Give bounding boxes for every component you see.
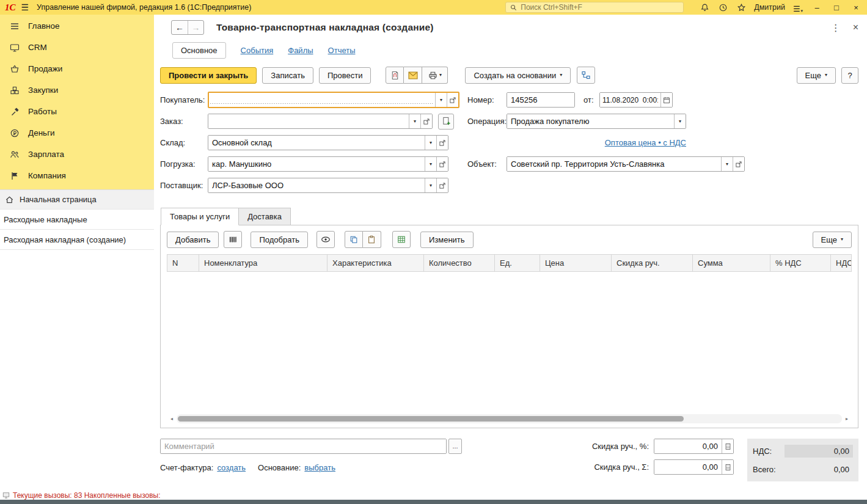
comment-expand-button[interactable]: ... xyxy=(448,439,462,454)
create-on-base-button[interactable]: Создать на основании ▾ xyxy=(465,67,571,84)
maximize-button[interactable]: □ xyxy=(830,3,843,12)
scrollbar-track[interactable] xyxy=(177,414,842,423)
sidebar-item-dengi[interactable]: Деньги xyxy=(0,122,154,144)
sidebar-item-raboty[interactable]: Работы xyxy=(0,101,154,122)
barcode-scan-button[interactable] xyxy=(224,231,242,248)
tab-delivery[interactable]: Доставка xyxy=(239,208,291,225)
col-amount[interactable]: Сумма xyxy=(693,255,770,272)
col-quantity[interactable]: Количество xyxy=(424,255,495,272)
related-documents-button[interactable] xyxy=(577,67,595,84)
window-close-button[interactable]: × xyxy=(850,3,862,12)
main-menu-button[interactable]: ☰ xyxy=(21,3,29,12)
flag-icon xyxy=(9,170,20,181)
tab-goods-services[interactable]: Товары и услуги xyxy=(161,208,239,225)
service-menu-button[interactable]: ☰▾ xyxy=(792,2,803,13)
object-input[interactable] xyxy=(507,157,721,171)
comment-input[interactable] xyxy=(161,439,446,453)
discount-sum-calc-button[interactable] xyxy=(722,460,733,474)
sidebar-item-glavnoe[interactable]: Главное xyxy=(0,15,154,37)
sidebar-item-zarplata[interactable]: Зарплата xyxy=(0,144,154,165)
notifications-button[interactable] xyxy=(699,2,710,13)
loading-input[interactable] xyxy=(208,157,425,171)
discount-percent-calc-button[interactable] xyxy=(722,439,733,453)
back-button[interactable]: ← xyxy=(172,21,188,34)
create-order-button[interactable] xyxy=(438,114,454,130)
col-unit[interactable]: Ед. xyxy=(495,255,540,272)
loading-dropdown-button[interactable]: ▾ xyxy=(425,157,436,171)
scrollbar-thumb[interactable] xyxy=(178,416,684,422)
post-button[interactable]: Провести xyxy=(319,67,371,84)
search-input[interactable] xyxy=(521,3,679,12)
col-price[interactable]: Цена xyxy=(540,255,612,272)
sidebar-item-zakupki[interactable]: Закупки xyxy=(0,79,154,101)
warehouse-dropdown-button[interactable]: ▾ xyxy=(425,136,436,150)
number-input[interactable] xyxy=(507,93,574,107)
form-more-menu-button[interactable]: ⋮ xyxy=(831,22,841,34)
col-nomenclature[interactable]: Номенклатура xyxy=(199,255,327,272)
minimize-button[interactable]: – xyxy=(811,3,823,12)
tab-events[interactable]: События xyxy=(241,46,274,55)
document-nav-tabs: Основное События Файлы Отчеты xyxy=(172,42,858,59)
col-manual-discount[interactable]: Скидка руч. xyxy=(612,255,693,272)
forward-button[interactable]: → xyxy=(188,21,203,34)
help-button[interactable]: ? xyxy=(841,67,858,84)
order-input[interactable] xyxy=(208,114,409,128)
loading-open-button[interactable] xyxy=(436,157,448,171)
sidebar-item-expense-invoice-new[interactable]: Расходная накладная (создание) xyxy=(0,230,154,250)
col-n[interactable]: N xyxy=(167,255,199,272)
tab-main[interactable]: Основное xyxy=(172,42,226,59)
more-button[interactable]: Еще ▾ xyxy=(797,67,836,84)
scroll-left-button[interactable]: ◂ xyxy=(167,414,177,423)
tab-files[interactable]: Файлы xyxy=(288,46,313,55)
date-input[interactable] xyxy=(600,93,660,107)
supplier-open-button[interactable] xyxy=(436,178,448,192)
current-user[interactable]: Дмитрий xyxy=(754,3,785,12)
print-button[interactable]: ▾ xyxy=(422,67,448,84)
order-open-button[interactable] xyxy=(420,114,432,128)
sidebar-item-prodazhi[interactable]: Продажи xyxy=(0,58,154,79)
warehouse-open-button[interactable] xyxy=(436,136,448,150)
form-close-button[interactable]: × xyxy=(853,22,858,33)
base-select-link[interactable]: выбрать xyxy=(304,463,335,472)
tab-reports[interactable]: Отчеты xyxy=(328,46,356,55)
post-and-close-button[interactable]: Провести и закрыть xyxy=(160,67,257,84)
sidebar-item-home[interactable]: Начальная страница xyxy=(0,189,154,210)
edit-row-button[interactable]: Изменить xyxy=(420,232,474,248)
favorites-button[interactable] xyxy=(736,2,747,13)
global-search[interactable] xyxy=(505,2,684,13)
history-button[interactable] xyxy=(717,2,728,13)
sidebar-item-expense-invoices[interactable]: Расходные накладные xyxy=(0,210,154,230)
send-email-button[interactable] xyxy=(404,67,422,84)
buyer-dropdown-button[interactable]: ▾ xyxy=(435,93,447,107)
invoice-create-link[interactable]: создать xyxy=(217,463,246,472)
copy-row-button[interactable] xyxy=(345,231,363,248)
discount-percent-input[interactable] xyxy=(654,439,722,453)
operation-dropdown-button[interactable]: ▾ xyxy=(674,114,686,128)
write-button[interactable]: Записать xyxy=(262,67,313,84)
supplier-input[interactable] xyxy=(208,178,425,192)
spreadsheet-button[interactable] xyxy=(392,231,411,248)
supplier-dropdown-button[interactable]: ▾ xyxy=(425,178,436,192)
discount-sum-input[interactable] xyxy=(654,460,722,474)
col-characteristic[interactable]: Характеристика xyxy=(327,255,424,272)
calendar-button[interactable] xyxy=(660,93,672,107)
scroll-right-button[interactable]: ▸ xyxy=(842,414,852,423)
col-vat-percent[interactable]: % НДС xyxy=(770,255,831,272)
items-more-button[interactable]: Еще ▾ xyxy=(813,232,852,248)
paste-row-button[interactable] xyxy=(363,231,381,248)
warehouse-input[interactable] xyxy=(208,136,425,150)
operation-input[interactable] xyxy=(507,114,674,128)
buyer-input[interactable] xyxy=(209,93,435,107)
object-dropdown-button[interactable]: ▾ xyxy=(721,157,733,171)
object-open-button[interactable] xyxy=(733,157,744,171)
sidebar-item-kompaniya[interactable]: Компания xyxy=(0,165,154,186)
sidebar-item-crm[interactable]: CRM xyxy=(0,37,154,58)
col-vat[interactable]: НДС xyxy=(831,255,852,272)
attached-files-button[interactable] xyxy=(386,67,404,84)
add-row-button[interactable]: Добавить xyxy=(167,232,219,248)
buyer-open-button[interactable] xyxy=(447,93,458,107)
pick-items-button[interactable]: Подобрать xyxy=(251,232,307,248)
price-type-link[interactable]: Оптовая цена • с НДС xyxy=(605,138,686,147)
preview-button[interactable] xyxy=(316,231,335,248)
order-dropdown-button[interactable]: ▾ xyxy=(409,114,420,128)
